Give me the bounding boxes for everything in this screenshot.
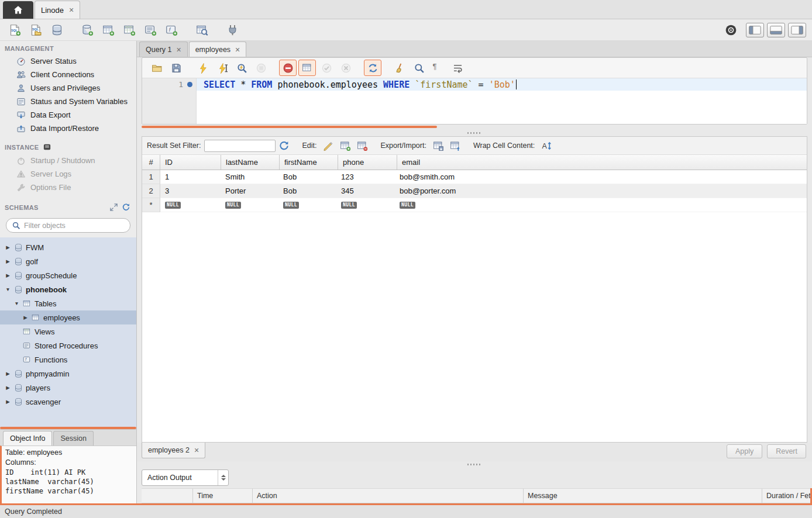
sidebar-item-options-file[interactable]: Options File: [0, 181, 136, 194]
find-button[interactable]: [410, 60, 428, 76]
output-column-message[interactable]: Message: [524, 489, 762, 503]
grid-cell[interactable]: NULL: [160, 198, 221, 212]
open-database-button[interactable]: [48, 22, 66, 38]
delete-row-button[interactable]: [355, 139, 370, 153]
tree-item-tables[interactable]: ▼Tables: [0, 296, 136, 310]
query-tab-employees[interactable]: employees×: [189, 42, 247, 57]
grid-column-header-firstname[interactable]: firstName: [280, 155, 338, 170]
sql-editor[interactable]: 1 SELECT * FROM phonebook.employees WHER…: [142, 78, 807, 124]
create-schema-button[interactable]: [78, 22, 96, 38]
edit-record-button[interactable]: [321, 139, 336, 153]
grid-cell[interactable]: 123: [336, 170, 395, 184]
sidebar-item-server-logs[interactable]: Server Logs: [0, 167, 136, 181]
sidebar-item-data-export[interactable]: Data Export: [0, 108, 136, 122]
rollback-button[interactable]: [337, 60, 355, 76]
schema-filter-input[interactable]: Filter objects: [6, 218, 130, 233]
home-tab[interactable]: [3, 1, 33, 19]
refresh-result-button[interactable]: [276, 139, 292, 153]
explain-button[interactable]: [233, 60, 250, 76]
tree-item-fwm[interactable]: ▶FWM: [0, 240, 136, 254]
create-function-button[interactable]: f: [163, 22, 180, 38]
new-sql-tab-button[interactable]: SQL: [6, 22, 23, 38]
grid-cell[interactable]: 1: [160, 170, 221, 184]
apply-button[interactable]: Apply: [727, 444, 762, 458]
grid-cell[interactable]: Bob: [278, 184, 336, 198]
autocommit-button[interactable]: [364, 60, 381, 76]
grid-cell[interactable]: NULL: [336, 198, 395, 212]
grid-column-header-[interactable]: #: [142, 155, 160, 170]
tree-item-stored-procedures[interactable]: Stored Procedures: [0, 339, 136, 353]
result-output-splitter[interactable]: [137, 461, 812, 467]
expander-icon[interactable]: ▶: [5, 244, 11, 250]
result-tab[interactable]: employees 2 ×: [142, 443, 205, 458]
revert-button[interactable]: Revert: [767, 444, 806, 458]
sidebar-item-status-and-system-variables[interactable]: Status and System Variables: [0, 95, 136, 108]
grid-cell[interactable]: Smith: [221, 170, 278, 184]
connection-tab[interactable]: Linode ×: [35, 1, 80, 19]
commit-button[interactable]: [318, 60, 335, 76]
table-row[interactable]: 11SmithBob123bob@smith.com: [142, 170, 807, 184]
execute-current-button[interactable]: [214, 60, 231, 76]
grid-column-header-phone[interactable]: phone: [338, 155, 397, 170]
create-view-button[interactable]: [121, 22, 138, 38]
expander-icon[interactable]: ▶: [22, 315, 29, 320]
grid-column-header-id[interactable]: ID: [160, 155, 221, 170]
export-button[interactable]: [431, 139, 446, 153]
tree-item-views[interactable]: Views: [0, 324, 136, 339]
tree-item-employees[interactable]: ▶employees: [0, 310, 136, 324]
grid-column-header-email[interactable]: email: [397, 155, 807, 170]
editor-hscrollbar[interactable]: [142, 126, 437, 128]
tree-item-players[interactable]: ▶players: [0, 381, 136, 395]
grid-cell[interactable]: NULL: [395, 198, 807, 212]
import-button[interactable]: [448, 139, 463, 153]
limit-rows-button[interactable]: [298, 60, 316, 76]
close-icon[interactable]: ×: [194, 446, 199, 454]
output-column-icon[interactable]: [142, 489, 193, 503]
output-column-time[interactable]: Time: [193, 489, 253, 503]
expander-icon[interactable]: ▼: [13, 301, 20, 306]
open-sql-script-button[interactable]: SQL: [27, 22, 44, 38]
notification-button[interactable]: [722, 22, 739, 38]
tree-item-scavenger[interactable]: ▶scavenger: [0, 395, 136, 409]
beautify-button[interactable]: [391, 60, 408, 76]
table-row[interactable]: *NULLNULLNULLNULLNULL: [142, 198, 807, 212]
sidebar-item-server-status[interactable]: Server Status: [0, 54, 136, 68]
sidebar-item-data-import-restore[interactable]: Data Import/Restore: [0, 122, 136, 135]
tab-session[interactable]: Session: [53, 431, 93, 446]
stop-on-error-button[interactable]: [279, 60, 297, 76]
grid-cell[interactable]: NULL: [221, 198, 278, 212]
panel-left-button[interactable]: [746, 23, 764, 37]
table-row[interactable]: 23PorterBob345bob@porter.com: [142, 184, 807, 198]
expander-icon[interactable]: ▶: [5, 399, 11, 405]
expand-schemas-icon[interactable]: [109, 203, 118, 212]
create-procedure-button[interactable]: [142, 22, 159, 38]
refresh-schemas-icon[interactable]: [122, 203, 130, 212]
grid-cell[interactable]: bob@porter.com: [395, 184, 807, 198]
expander-icon[interactable]: ▶: [5, 371, 11, 377]
output-column-duration-fetch[interactable]: Duration / Fetch: [762, 489, 812, 503]
code-area[interactable]: SELECT * FROM phonebook.employees WHERE …: [197, 78, 807, 124]
grid-cell[interactable]: Bob: [278, 170, 336, 184]
stop-button[interactable]: [252, 60, 270, 76]
tree-item-functions[interactable]: fFunctions: [0, 353, 136, 367]
grid-cell[interactable]: Porter: [221, 184, 278, 198]
grid-column-header-lastname[interactable]: lastName: [221, 155, 280, 170]
output-column-action[interactable]: Action: [253, 489, 524, 503]
grid-cell[interactable]: 3: [160, 184, 221, 198]
stepper-icon[interactable]: [218, 470, 228, 485]
sidebar-item-users-and-privileges[interactable]: Users and Privileges: [0, 81, 136, 95]
create-table-button[interactable]: [99, 22, 117, 38]
panel-right-button[interactable]: [788, 23, 806, 37]
tree-item-golf[interactable]: ▶golf: [0, 254, 136, 268]
query-tab-query-1[interactable]: Query 1×: [139, 42, 188, 57]
close-icon[interactable]: ×: [235, 46, 240, 54]
insert-row-button[interactable]: [338, 139, 353, 153]
expander-icon[interactable]: ▶: [5, 258, 11, 264]
editor-result-splitter[interactable]: [137, 129, 812, 136]
output-selector[interactable]: Action Output: [142, 469, 229, 486]
reconnect-button[interactable]: [223, 22, 241, 38]
result-grid[interactable]: #IDlastNamefirstNamephoneemail 11SmithBo…: [142, 155, 807, 442]
wrap-text-button[interactable]: [449, 60, 466, 76]
sidebar-item-startup-shutdown[interactable]: Startup / Shutdown: [0, 154, 136, 167]
close-icon[interactable]: ×: [176, 46, 181, 54]
